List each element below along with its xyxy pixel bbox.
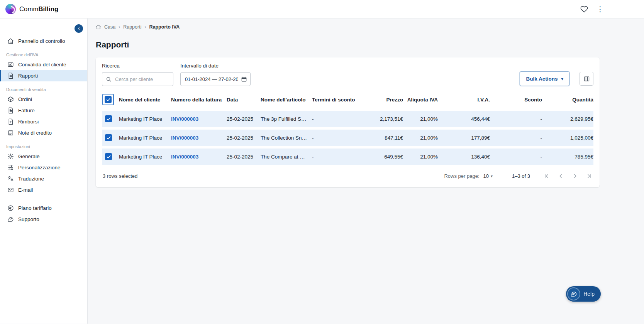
reports-icon (7, 73, 14, 79)
column-header-price: Prezzo (366, 97, 407, 103)
cell-date: 25-02-2025 (227, 154, 261, 160)
last-page-icon (586, 173, 593, 179)
table-row: Marketing IT Place INV/000003 25-02-2025… (102, 111, 593, 127)
column-header-item-name: Nome dell'articolo (261, 97, 312, 103)
cell-customer: Marketing IT Place (119, 154, 171, 160)
breadcrumb-separator: › (144, 24, 146, 30)
column-header-customer: Nome del cliente (119, 97, 171, 103)
cell-price: 649,55€ (366, 154, 407, 160)
topbar-actions: ⋮ (580, 5, 604, 13)
table-header: Nome del cliente Numero della fattura Da… (102, 86, 593, 111)
search-label: Ricerca (102, 63, 173, 69)
brand[interactable]: CommBilling (5, 4, 58, 14)
sidebar-item-orders[interactable]: Ordini (0, 94, 87, 105)
column-header-discount-terms: Termini di sconto (312, 97, 366, 103)
breadcrumb-current: Rapporto IVA (149, 24, 180, 30)
column-header-vat: I.V.A. (442, 97, 494, 103)
filters-bar: Ricerca Intervallo di date (102, 63, 593, 86)
chevron-right-icon (572, 173, 578, 179)
sidebar-item-label: Convalida del cliente (18, 62, 66, 68)
sidebar-collapse-button[interactable]: ‹ (75, 24, 83, 33)
rows-selected-text: 3 rows selected (103, 173, 137, 179)
sidebar-section-title: Documenti di vendita (0, 81, 87, 94)
select-all-checkbox[interactable] (105, 96, 112, 103)
help-chat-icon (567, 287, 580, 300)
cell-vat-rate: 21,00% (407, 135, 442, 141)
translate-icon (7, 176, 14, 182)
breadcrumb-item-reports[interactable]: Rapporti (123, 24, 141, 30)
brand-prefix: Comm (19, 5, 38, 12)
sidebar-item-customer-validation[interactable]: Convalida del cliente (0, 59, 87, 70)
rows-per-page-value: 10 (483, 173, 489, 179)
sidebar-item-refunds[interactable]: Rimborsi (0, 116, 87, 127)
sidebar-item-general[interactable]: Generale (0, 151, 87, 162)
gear-icon (7, 153, 14, 160)
search-input[interactable] (102, 72, 173, 86)
app-root: CommBilling ⋮ ‹ Pannello di controllo (0, 0, 644, 324)
column-header-invoice-number: Numero della fattura (171, 97, 227, 103)
sidebar-item-credit-notes[interactable]: Note di credito (0, 127, 87, 138)
home-icon (96, 24, 101, 30)
chevron-left-icon (558, 173, 564, 179)
cell-discount: - (494, 135, 546, 141)
sidebar-item-dashboard[interactable]: Pannello di controllo (0, 35, 87, 47)
first-page-button[interactable] (543, 173, 550, 179)
sidebar-item-label: Ordini (18, 96, 32, 102)
overflow-menu-button[interactable]: ⋮ (597, 5, 604, 13)
sidebar-item-invoices[interactable]: Fatture (0, 105, 87, 116)
cell-quantity: 2,629,95€ (546, 116, 593, 122)
select-all-focus-ring (102, 94, 114, 105)
reports-card: Ricerca Intervallo di date (96, 57, 600, 187)
sidebar-item-reports[interactable]: Rapporti (0, 70, 87, 81)
table-row: Marketing IT Place INV/000003 25-02-2025… (102, 148, 593, 165)
email-icon (7, 187, 14, 193)
sidebar-item-pricing-plan[interactable]: Piano tariffario (0, 202, 87, 214)
column-header-date: Data (227, 97, 261, 103)
last-page-button[interactable] (586, 173, 593, 179)
brand-logo-icon (5, 4, 16, 14)
sidebar-item-support[interactable]: Supporto (0, 214, 87, 225)
next-page-button[interactable] (572, 173, 578, 179)
invoice-link[interactable]: INV/000003 (171, 154, 198, 160)
sidebar-item-customization[interactable]: Personalizzazione (0, 162, 87, 173)
bulk-actions-button[interactable]: Bulk Actions ▾ (520, 71, 569, 86)
cell-discount-terms: - (312, 116, 366, 122)
support-chat-icon (7, 216, 14, 223)
previous-page-button[interactable] (558, 173, 564, 179)
table-actions: Bulk Actions ▾ (520, 71, 593, 86)
chevron-left-icon: ‹ (78, 25, 80, 31)
cell-date: 25-02-2025 (227, 116, 261, 122)
column-settings-button[interactable] (580, 72, 593, 86)
row-checkbox[interactable] (105, 115, 112, 122)
invoice-link[interactable]: INV/000003 (171, 135, 198, 141)
sidebar-item-label: Rimborsi (18, 119, 39, 125)
topbar: CommBilling ⋮ (0, 0, 644, 19)
cell-quantity: 1,025,00€ (546, 135, 593, 141)
sidebar-item-email[interactable]: E-mail (0, 184, 87, 196)
invoice-link[interactable]: INV/000003 (171, 116, 198, 122)
search-filter: Ricerca (102, 63, 173, 86)
row-checkbox[interactable] (105, 134, 112, 141)
credit-notes-icon (7, 130, 14, 136)
cell-price: 847,11€ (366, 135, 407, 141)
rows-per-page-label: Rows per page: (444, 173, 479, 179)
sidebar-item-label: Rapporti (18, 73, 38, 79)
sidebar-item-translation[interactable]: Traduzione (0, 173, 87, 184)
cell-item-name: The 3p Fulfilled S… (261, 116, 312, 122)
cell-discount-terms: - (312, 135, 366, 141)
brand-suffix: Billing (38, 5, 58, 12)
sidebar-section-title: Gestione dell'IVA (0, 47, 87, 59)
cell-customer: Marketing IT Place (119, 135, 171, 141)
favorites-button[interactable] (580, 5, 588, 13)
help-button[interactable]: Help (566, 286, 601, 302)
date-range-label: Intervallo di date (180, 63, 251, 69)
home-icon (7, 38, 14, 44)
rows-per-page-select[interactable]: 10 ▾ (483, 173, 493, 179)
cell-price: 2,173,51€ (366, 116, 407, 122)
breadcrumb-item-home[interactable]: Casa (104, 24, 115, 30)
date-range-input[interactable] (180, 72, 251, 86)
cell-vat: 177,89€ (442, 135, 494, 141)
cell-item-name: The Collection Sn… (261, 135, 312, 141)
column-header-discount: Sconto (494, 97, 546, 103)
row-checkbox[interactable] (105, 153, 112, 160)
